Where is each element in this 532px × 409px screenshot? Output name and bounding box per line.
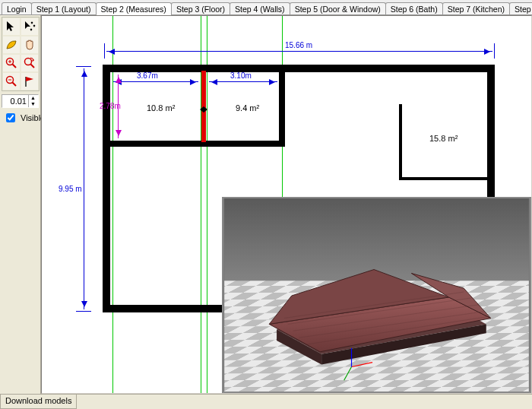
dim-room2-w — [209, 81, 277, 82]
tab-step3[interactable]: Step 3 (Floor) — [171, 2, 230, 14]
tool-grid — [2, 17, 40, 91]
pointer-tool[interactable] — [2, 17, 21, 36]
visible-checkbox[interactable]: Visible — [2, 111, 39, 125]
svg-line-5 — [31, 65, 35, 68]
tab-step4[interactable]: Step 4 (Walls) — [230, 2, 290, 14]
tab-step2[interactable]: Step 2 (Measures) — [96, 2, 172, 15]
wall — [279, 65, 285, 147]
zoom-in-icon — [5, 56, 18, 70]
label-room1-h: 2.78m — [100, 102, 121, 110]
step-size-spinner[interactable]: ▲ ▼ — [2, 94, 39, 108]
dim-tick — [76, 66, 91, 67]
tab-step8[interactable]: Step 8 (Furniture) — [509, 2, 532, 14]
svg-line-7 — [13, 83, 17, 87]
step-size-input[interactable] — [2, 95, 28, 107]
spinner-down-icon[interactable]: ▼ — [28, 101, 37, 107]
pointer-icon — [5, 20, 18, 33]
svg-point-4 — [25, 59, 32, 65]
guide-line — [112, 16, 113, 393]
wall — [399, 177, 490, 180]
wall — [399, 104, 402, 180]
guide-line — [207, 16, 207, 393]
dim-tick — [76, 311, 91, 312]
label-area2: 9.4 m² — [236, 103, 259, 113]
download-models-button[interactable]: Download models — [0, 395, 77, 409]
label-room1-w: 3.67m — [137, 71, 158, 80]
3d-render — [223, 198, 530, 392]
tab-step7[interactable]: Step 7 (Kitchen) — [442, 2, 510, 14]
flag-icon — [23, 75, 36, 88]
dim-width-total — [106, 51, 492, 52]
visible-check-input[interactable] — [6, 113, 15, 122]
wall — [103, 65, 495, 72]
tab-step6[interactable]: Step 6 (Bath) — [385, 2, 443, 14]
tab-step5[interactable]: Step 5 (Door & Window) — [290, 2, 386, 14]
spinner-up-icon[interactable]: ▲ — [28, 95, 37, 101]
status-bar: Download models — [0, 394, 532, 409]
sparkle-cursor-icon — [23, 20, 36, 33]
dim-tick — [104, 43, 105, 59]
zoom-out-icon — [5, 75, 18, 88]
svg-line-1 — [13, 65, 17, 68]
label-width-total: 15.66 m — [285, 41, 312, 49]
zoom-in-tool[interactable] — [2, 54, 21, 72]
hand-icon — [23, 38, 36, 52]
dim-height-total — [84, 68, 84, 309]
label-area1: 10.8 m² — [147, 103, 175, 113]
3d-preview[interactable] — [222, 197, 531, 393]
dim-room1-w — [113, 81, 198, 82]
plan-canvas[interactable]: 15.66 m 9.95 m 3.67m 3.10m 2.78m 10.8 m²… — [41, 15, 532, 394]
edit-tool[interactable] — [21, 17, 39, 36]
tab-step1[interactable]: Step 1 (Layout) — [31, 2, 97, 14]
dim-tick — [494, 43, 495, 59]
label-height-total: 9.95 m — [59, 185, 82, 193]
flag-tool[interactable] — [21, 72, 39, 90]
label-area3: 15.8 m² — [429, 134, 458, 143]
zoom-fit-tool[interactable] — [21, 54, 39, 72]
leaf-icon — [5, 38, 18, 52]
drag-handle-icon[interactable] — [199, 106, 208, 113]
label-room2-w: 3.10m — [230, 71, 252, 80]
pan-tool[interactable] — [21, 36, 39, 54]
left-toolbar: ▲ ▼ Visible — [0, 15, 41, 394]
tab-strip: Login Step 1 (Layout) Step 2 (Measures) … — [0, 0, 532, 15]
zoom-out-tool[interactable] — [2, 72, 21, 90]
tab-login[interactable]: Login — [2, 2, 32, 14]
wall — [103, 141, 285, 147]
measure-tool[interactable] — [2, 36, 21, 54]
zoom-reset-icon — [23, 56, 36, 70]
